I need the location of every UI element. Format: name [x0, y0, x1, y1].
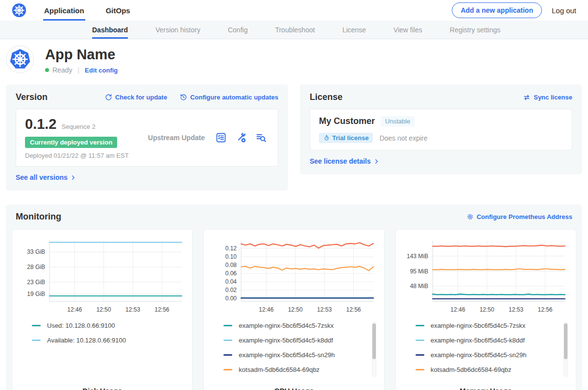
auto-update-clock-icon: [180, 94, 187, 101]
legend-swatch: [223, 325, 232, 326]
chart-card: 48 MiB95 MiB143 MiB12:4612:5012:5312:56 …: [395, 229, 576, 390]
legend-label: Available: 10.128.0.66:9100: [47, 337, 126, 344]
see-license-details-link[interactable]: See license details: [310, 157, 379, 165]
tab-dashboard[interactable]: Dashboard: [92, 21, 128, 39]
legend-scrollbar[interactable]: [372, 322, 376, 377]
tab-license[interactable]: License: [343, 21, 366, 39]
chart-card: 0.000.020.040.060.080.100.1212:4612:5012…: [203, 229, 384, 390]
logout-button[interactable]: Log out: [552, 6, 576, 15]
legend-scrollbar-thumb[interactable]: [372, 323, 376, 359]
charts-row: 19 GiB23 GiB28 GiB33 GiB12:4612:5012:531…: [12, 229, 576, 390]
legend-item: kotsadm-5db6dc6584-69qbz: [416, 366, 554, 373]
configure-prometheus-label: Configure Prometheus Address: [477, 213, 572, 220]
legend-swatch: [416, 325, 424, 326]
license-expiration: Does not expire: [379, 134, 427, 142]
version-panel-title: Version: [16, 92, 48, 102]
app-logo: [6, 45, 34, 75]
svg-text:143 MiB: 143 MiB: [407, 253, 428, 260]
version-panel: Version Check for update: [6, 84, 288, 191]
legend-swatch: [223, 369, 232, 370]
kubernetes-logo-icon: [12, 0, 26, 21]
edit-config-link[interactable]: Edit config: [85, 67, 118, 74]
legend-label: example-nginx-5bc6f5d4c5-7zskx: [239, 322, 334, 329]
version-number: 0.1.2: [25, 116, 57, 132]
svg-text:0.12: 0.12: [225, 245, 237, 252]
chart-area: 19 GiB23 GiB28 GiB33 GiB12:4612:5012:531…: [17, 236, 187, 314]
tab-registry-settings[interactable]: Registry settings: [450, 21, 500, 39]
stopwatch-icon: [323, 135, 330, 141]
tab-config[interactable]: Config: [228, 21, 247, 39]
cpu-usage-chart: 0.000.020.040.060.080.100.1212:4612:5012…: [210, 236, 378, 314]
svg-text:0.00: 0.00: [225, 295, 237, 302]
legend-item: kotsadm-5db6dc6584-69qbz: [223, 366, 362, 373]
legend-label: example-nginx-5bc6f5d4c5-k8ddf: [239, 337, 333, 344]
chevron-right-icon: [374, 159, 379, 164]
release-notes-icon[interactable]: [215, 132, 227, 144]
monitoring-title: Monitoring: [16, 212, 61, 222]
svg-text:12:53: 12:53: [317, 306, 332, 313]
svg-text:95 MiB: 95 MiB: [410, 268, 428, 275]
app-header: App Name Ready | Edit config: [0, 39, 588, 84]
svg-text:0.06: 0.06: [225, 270, 237, 277]
topnav-item-gitops[interactable]: GitOps: [105, 0, 131, 21]
legend-label: kotsadm-5db6dc6584-69qbz: [431, 366, 512, 373]
legend-item: example-nginx-5bc6f5d4c5-7zskx: [223, 322, 362, 329]
tab-troubleshoot[interactable]: Troubleshoot: [275, 21, 315, 39]
app-tabs-nav: DashboardVersion historyConfigTroublesho…: [0, 21, 588, 39]
legend-scrollbar[interactable]: [564, 322, 568, 377]
license-panel: License Sync license My: [300, 84, 582, 174]
refresh-icon: [105, 94, 112, 101]
see-all-versions-link[interactable]: See all versions: [16, 173, 76, 181]
license-card: My Customer Unstable Trial license Does …: [310, 109, 572, 150]
legend-swatch: [416, 354, 424, 356]
status-dot: [45, 68, 49, 72]
memory-usage-chart: 48 MiB95 MiB143 MiB12:4612:5012:5312:56: [401, 236, 570, 314]
legend-scrollbar-thumb[interactable]: [564, 323, 567, 359]
svg-text:12:56: 12:56: [538, 306, 553, 313]
svg-text:12:50: 12:50: [96, 306, 111, 313]
deployed-timestamp: Deployed 01/21/22 @ 11:57 am EST: [25, 152, 138, 159]
disk-usage-chart: 19 GiB23 GiB28 GiB33 GiB12:4612:5012:531…: [18, 236, 187, 314]
configure-automatic-updates-label: Configure automatic updates: [190, 94, 278, 101]
topnav-right: Add a new application Log out: [452, 0, 576, 21]
topnav-item-application[interactable]: Application: [43, 0, 85, 21]
legend-label: example-nginx-5bc6f5d4c5-k8ddf: [431, 337, 525, 344]
page-title: App Name: [45, 47, 118, 63]
legend-label: kotsadm-5db6dc6584-69qbz: [239, 366, 319, 373]
version-sequence: Sequence 2: [62, 123, 96, 130]
chart-area: 48 MiB95 MiB143 MiB12:4612:5012:5312:56: [401, 236, 571, 314]
legend-item: Available: 10.128.0.66:9100: [32, 337, 171, 344]
deployed-badge: Currently deployed version: [25, 137, 117, 148]
svg-text:0.04: 0.04: [225, 278, 237, 285]
chart-legend: example-nginx-5bc6f5d4c5-7zskxexample-ng…: [416, 322, 571, 378]
tab-view-files[interactable]: View files: [393, 21, 422, 39]
sync-license-button[interactable]: Sync license: [523, 94, 572, 101]
svg-text:12:46: 12:46: [67, 306, 82, 313]
legend-item: example-nginx-5bc6f5d4c5-sn29h: [416, 351, 554, 359]
svg-text:12:50: 12:50: [288, 306, 303, 313]
top-nav: ApplicationGitOps Add a new application …: [0, 0, 588, 21]
check-for-update-button[interactable]: Check for update: [105, 94, 167, 101]
configure-automatic-updates-button[interactable]: Configure automatic updates: [180, 94, 278, 101]
chart-title: CPU Usage: [209, 387, 379, 390]
legend-label: example-nginx-5bc6f5d4c5-sn29h: [239, 351, 335, 359]
view-diff-icon[interactable]: [255, 132, 267, 144]
svg-text:12:56: 12:56: [346, 306, 361, 313]
legend-item: Used: 10.128.0.66:9100: [32, 322, 171, 329]
legend-swatch: [223, 340, 232, 341]
config-wrench-gear-icon[interactable]: [235, 132, 247, 144]
gear-icon: [466, 213, 474, 220]
customer-name: My Customer: [319, 116, 375, 126]
check-for-update-label: Check for update: [115, 94, 167, 101]
divider: |: [77, 66, 79, 74]
add-new-application-button[interactable]: Add a new application: [452, 2, 542, 18]
svg-text:0.08: 0.08: [225, 262, 237, 268]
svg-text:19 GiB: 19 GiB: [27, 291, 45, 297]
topnav-items: ApplicationGitOps: [43, 0, 151, 21]
configure-prometheus-button[interactable]: Configure Prometheus Address: [466, 213, 572, 220]
current-version-card: 0.1.2 Sequence 2 Currently deployed vers…: [16, 109, 278, 167]
legend-swatch: [32, 325, 41, 326]
version-source: Upstream Update: [138, 134, 215, 142]
tab-version-history[interactable]: Version history: [155, 21, 200, 39]
svg-text:0.02: 0.02: [225, 287, 237, 293]
